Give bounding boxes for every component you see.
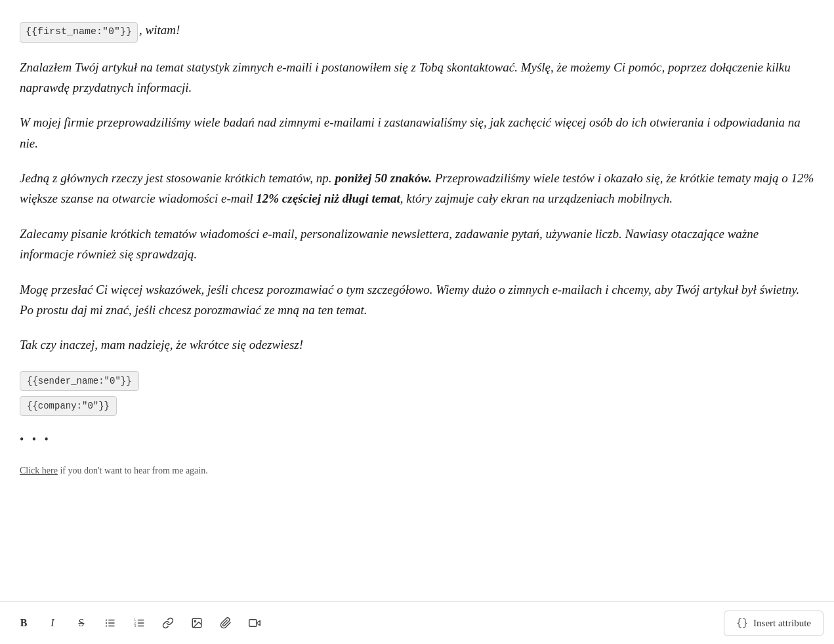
italic-button[interactable]: I (39, 610, 66, 636)
unordered-list-button[interactable] (97, 610, 123, 636)
para3-prefix: Jedną z głównych rzeczy jest stosowanie … (20, 171, 335, 185)
paragraph-4: Zalecamy pisanie krótkich tematów wiadom… (20, 224, 814, 265)
insert-attr-label: Insert attribute (753, 618, 811, 629)
unordered-list-icon (104, 617, 116, 629)
attachment-icon (220, 617, 232, 629)
first-name-tag: {{first_name:"0"}} (20, 22, 138, 43)
para3-bold2: 12% częściej niż długi temat (256, 191, 400, 205)
paragraph-1: Znalazłem Twój artykuł na temat statysty… (20, 57, 814, 98)
insert-attr-icon: {} (736, 618, 748, 629)
paragraph-6: Tak czy inaczej, mam nadzieję, że wkrótc… (20, 334, 814, 355)
video-button[interactable] (241, 610, 268, 636)
svg-marker-14 (257, 620, 260, 626)
svg-point-5 (106, 625, 107, 626)
ordered-list-icon: 1. 2. 3. (133, 617, 145, 629)
link-icon (162, 617, 174, 629)
signature-block: {{sender_name:"0"}} {{company:"0"}} (20, 370, 814, 420)
svg-point-3 (106, 619, 107, 620)
editor-toolbar: B I S 1. 2. 3. (0, 601, 834, 644)
video-icon (249, 617, 261, 629)
greeting-text: , witam! (139, 23, 180, 37)
para3-bold1: poniżej 50 znaków. (335, 171, 432, 185)
bold-button[interactable]: B (10, 610, 37, 636)
strikethrough-icon: S (79, 617, 85, 629)
paragraph-5: Mogę przesłać Ci więcej wskazówek, jeśli… (20, 279, 814, 321)
svg-point-4 (106, 622, 107, 624)
greeting-paragraph: {{first_name:"0"}}, witam! (20, 20, 814, 43)
svg-text:3.: 3. (135, 624, 137, 628)
insert-attribute-button[interactable]: {} Insert attribute (724, 611, 824, 636)
paragraph-2: W mojej firmie przeprowadziliśmy wiele b… (20, 112, 814, 153)
company-tag: {{company:"0"}} (20, 396, 117, 416)
content-area[interactable]: {{first_name:"0"}}, witam! Znalazłem Twó… (0, 0, 834, 601)
para5-line2: Po prostu daj mi znać, jeśli chcesz poro… (20, 303, 367, 317)
image-icon (191, 617, 203, 629)
sender-name-tag: {{sender_name:"0"}} (20, 371, 139, 391)
unsubscribe-text: if you don't want to hear from me again. (58, 466, 208, 475)
svg-point-13 (194, 620, 196, 622)
link-button[interactable] (155, 610, 181, 636)
paragraph-3: Jedną z głównych rzeczy jest stosowanie … (20, 168, 814, 209)
decorative-dots: • • • (20, 430, 814, 449)
attachment-button[interactable] (213, 610, 239, 636)
para5-line1: Mogę przesłać Ci więcej wskazówek, jeśli… (20, 283, 799, 296)
image-button[interactable] (184, 610, 210, 636)
para3-end: , który zajmuje cały ekran na urządzenia… (400, 191, 673, 205)
unsubscribe-link[interactable]: Click here (20, 466, 58, 475)
ordered-list-button[interactable]: 1. 2. 3. (126, 610, 152, 636)
svg-rect-15 (249, 620, 257, 627)
unsubscribe-line: Click here if you don't want to hear fro… (20, 464, 814, 478)
strikethrough-button[interactable]: S (68, 610, 94, 636)
editor-container: {{first_name:"0"}}, witam! Znalazłem Twó… (0, 0, 834, 644)
